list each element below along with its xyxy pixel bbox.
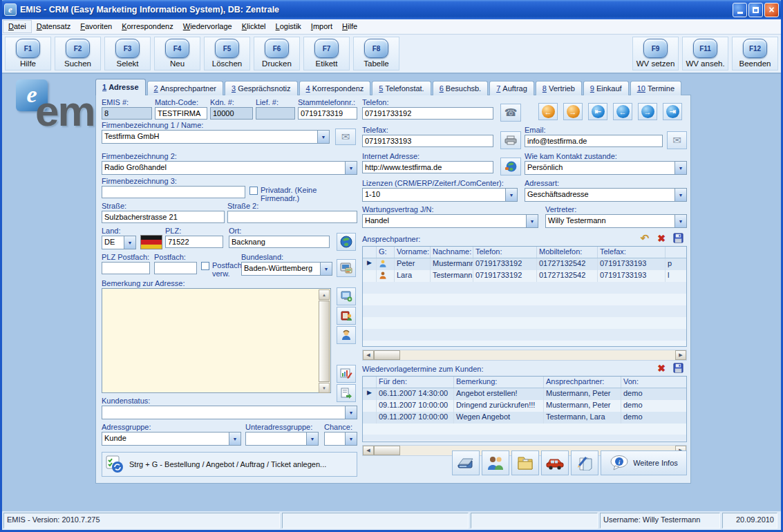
table-row[interactable]: Lara Testermann 07191733192 01727132542 … [363, 270, 686, 282]
tab-telefonstat[interactable]: 5Telefonstat. [372, 81, 431, 95]
stammtelefonnr-input[interactable] [298, 107, 357, 120]
dial-phone-button[interactable]: ☎ [500, 104, 521, 122]
match-code-input[interactable] [155, 107, 207, 120]
send-email-button[interactable]: ✉ [667, 131, 687, 149]
unteradressgruppe-dropdown[interactable]: ▼ [245, 432, 319, 446]
adressgruppe-dropdown[interactable]: Kunde▼ [102, 432, 241, 446]
chevron-down-icon[interactable]: ▼ [306, 433, 318, 445]
lizenzen-dropdown[interactable]: 1-10▼ [362, 188, 518, 202]
chevron-down-icon[interactable]: ▼ [320, 263, 332, 275]
table-row[interactable]: 09.11.2007 10:00:00 Wegen Angebot Tester… [363, 412, 686, 424]
notes-button[interactable] [571, 450, 598, 475]
menu-klicktel[interactable]: Klicktel [237, 21, 271, 32]
scroll-right-button[interactable]: ▶ [675, 350, 686, 360]
chevron-down-icon[interactable]: ▼ [345, 162, 357, 174]
title-bar[interactable]: e EMIS - CRM (Easy Marketing Information… [0, 0, 783, 19]
toolbar-button-selekt[interactable]: F3Selekt [104, 37, 151, 70]
bundesland-dropdown[interactable]: Baden-Württemberg▼ [241, 262, 332, 276]
menu-datei[interactable]: Datei [3, 20, 32, 33]
emis-nr-input[interactable] [102, 107, 152, 120]
toolbar-button-wv-ansehen[interactable]: F11WV anseh. [682, 37, 728, 70]
toolbar-button-etikett[interactable]: F7Etikett [303, 37, 350, 70]
statistics-edit-button[interactable] [337, 365, 356, 383]
scroll-thumb[interactable] [319, 301, 330, 382]
remote-support-button[interactable] [337, 287, 356, 305]
contacts-delete-button[interactable]: ✖ [654, 232, 669, 244]
minimize-button[interactable] [733, 3, 747, 17]
menu-korrespondenz[interactable]: Korrespondenz [117, 21, 178, 32]
tab-besuchsb[interactable]: 6Besuchsb. [433, 81, 489, 95]
lief-nr-input[interactable] [256, 107, 295, 120]
adressart-dropdown[interactable]: Geschäftsadresse▼ [525, 188, 687, 202]
postfach-input[interactable] [154, 262, 197, 274]
send-letter-button[interactable]: ✉ [335, 129, 356, 145]
send-fax-button[interactable] [500, 131, 521, 149]
scroll-thumb[interactable] [374, 350, 400, 360]
menu-datensatz[interactable]: Datensatz [32, 21, 76, 32]
chevron-down-icon[interactable]: ▼ [526, 215, 538, 227]
toolbar-button-beenden[interactable]: F12Beenden [732, 37, 778, 70]
contacts-save-button[interactable] [670, 232, 686, 244]
scroll-track[interactable] [400, 350, 675, 360]
tab-termine[interactable]: 10Termine [630, 81, 681, 95]
contact-person-button[interactable] [337, 326, 356, 344]
tab-korrespondenz[interactable]: 4Korrespondenz [299, 81, 371, 95]
documents-folder-button[interactable] [511, 450, 539, 475]
memo-scrollbar[interactable]: ▲ ▼ [319, 289, 330, 393]
scroll-thumb[interactable] [374, 446, 400, 455]
internet-adresse-input[interactable] [362, 161, 493, 173]
chance-dropdown[interactable]: ▼ [324, 432, 357, 446]
chevron-down-icon[interactable]: ▼ [674, 189, 686, 201]
map-lookup-button[interactable] [337, 233, 356, 251]
menu-import[interactable]: Import [306, 21, 337, 32]
chevron-down-icon[interactable]: ▼ [345, 406, 357, 419]
open-website-button[interactable] [500, 158, 521, 175]
close-button[interactable]: × [764, 3, 779, 17]
table-row[interactable]: ▶ Peter Mustermann 07191733192 017271325… [363, 258, 686, 270]
tab-ansprechpartner[interactable]: 2Ansprechpartner [147, 81, 223, 95]
toolbar-button-wv-setzen[interactable]: F9WV setzen [632, 37, 679, 70]
postfach-verw-checkbox[interactable]: Postfach verw. [201, 261, 238, 278]
chevron-down-icon[interactable]: ▼ [124, 236, 135, 249]
kdn-nr-input[interactable] [210, 107, 253, 120]
followups-save-button[interactable] [670, 362, 686, 374]
route-car-button[interactable] [541, 450, 569, 475]
table-row[interactable]: ▶ 06.11.2007 14:30:00 Angebot erstellen!… [363, 388, 686, 400]
plz-input[interactable] [165, 236, 223, 248]
land-dropdown[interactable]: DE▼ [102, 236, 136, 249]
maximize-button[interactable] [748, 3, 763, 17]
first-record-button[interactable]: ⇤ [588, 103, 607, 120]
ort-input[interactable] [229, 236, 330, 248]
tab-einkauf[interactable]: 9Einkauf [583, 81, 629, 95]
contacts-overview-button[interactable] [482, 450, 509, 475]
scroll-down-button[interactable]: ▼ [319, 383, 330, 393]
scroll-left-button[interactable]: ◀ [363, 350, 374, 360]
chevron-down-icon[interactable]: ▼ [345, 433, 357, 445]
firmenbezeichnung2-dropdown[interactable]: Radio Großhandel▼ [102, 161, 357, 175]
next-record-button[interactable]: → [638, 103, 657, 120]
contacts-hscrollbar[interactable]: ◀ ▶ [362, 350, 687, 361]
chevron-down-icon[interactable]: ▼ [229, 433, 240, 445]
vertreter-dropdown[interactable]: Willy Testermann▼ [545, 214, 687, 228]
firmenbezeichnung1-dropdown[interactable]: Testfirma GmbH▼ [102, 130, 330, 144]
telefon-input[interactable] [362, 107, 493, 120]
toolbar-button-neu[interactable]: F4Neu [154, 37, 200, 70]
nav-forward-button[interactable]: → [563, 103, 583, 120]
tab-gespraechsnotiz[interactable]: 3Gesprächsnotiz [225, 81, 298, 95]
telefax-input[interactable] [362, 135, 493, 147]
scroll-left-button[interactable]: ◀ [363, 446, 374, 455]
toolbar-button-drucken[interactable]: F6Drucken [254, 37, 300, 70]
menu-favoriten[interactable]: Favoriten [75, 21, 117, 32]
contacts-undo-button[interactable]: ↶ [637, 232, 652, 244]
toolbar-button-hilfe[interactable]: F1Hilfe [5, 37, 51, 70]
toolbar-button-suchen[interactable]: F2Suchen [55, 37, 101, 70]
email-input[interactable] [525, 135, 663, 147]
strasse-input[interactable] [102, 211, 225, 223]
followups-delete-button[interactable]: ✖ [654, 362, 669, 374]
scroll-up-button[interactable]: ▲ [319, 289, 330, 300]
weitere-infos-button[interactable]: i Weitere Infos [601, 450, 687, 475]
tab-adresse[interactable]: 1Adresse [95, 79, 146, 95]
scan-document-button[interactable] [452, 450, 480, 475]
firmenbezeichnung3-input[interactable] [102, 186, 245, 198]
menu-logistik[interactable]: Logistik [271, 21, 306, 32]
